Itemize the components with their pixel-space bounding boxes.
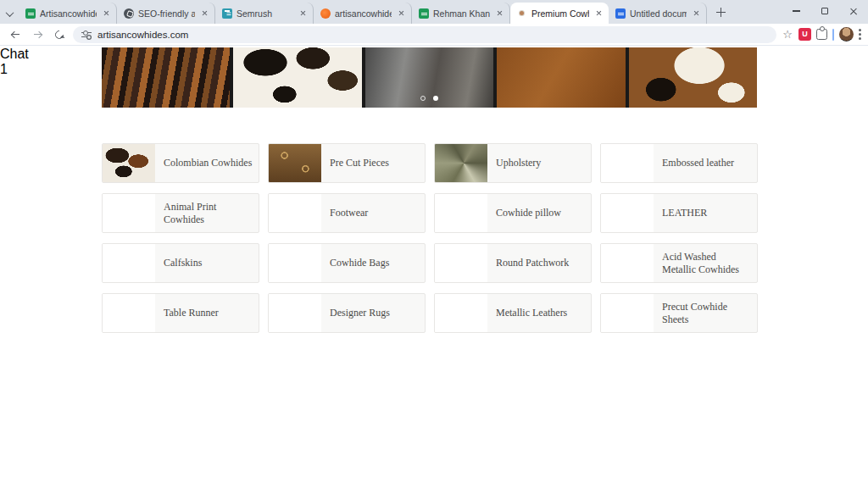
forward-button[interactable] — [29, 26, 46, 43]
tab-close-icon[interactable] — [199, 8, 209, 19]
category-label: Upholstery — [487, 157, 591, 169]
plus-icon — [716, 8, 726, 17]
category-label: Precut Cowhide Sheets — [654, 301, 757, 326]
window-controls — [782, 0, 868, 22]
rugs-thumbnail-image — [269, 294, 321, 332]
category-card-calfskins[interactable]: Calfskins — [102, 243, 259, 283]
tab-close-icon[interactable] — [101, 8, 111, 19]
browser-tab-rehman-khan-content[interactable]: Rehman Khan Content — [412, 3, 510, 24]
site-orange-favicon-icon — [320, 8, 331, 19]
tab-search-chevron-icon[interactable] — [0, 3, 19, 24]
browser-tab-untitled-document-g[interactable]: Untitled document - G — [609, 3, 707, 24]
carousel-dots — [102, 96, 757, 101]
desktop: Artisancowhides.com S SEO-friendly artic… — [0, 0, 868, 488]
tab-close-icon[interactable] — [298, 8, 308, 19]
precutsheet-thumbnail-image — [601, 294, 654, 332]
close-icon — [849, 7, 858, 15]
category-label: Colombian Cowhides — [155, 157, 259, 169]
site-dot-favicon-icon — [517, 8, 527, 19]
new-tab-button[interactable] — [710, 2, 731, 22]
semrush-favicon-icon — [222, 8, 232, 19]
browser-tab-strip: Artisancowhides.com S SEO-friendly artic… — [0, 0, 868, 24]
category-card-designer-rugs[interactable]: Designer Rugs — [268, 293, 426, 333]
tabs-container: Artisancowhides.com S SEO-friendly artic… — [19, 3, 707, 24]
docs-favicon-icon — [615, 8, 626, 19]
category-label: LEATHER — [654, 207, 757, 219]
hero-carousel[interactable] — [102, 47, 757, 108]
browser-tab-premium-cowhides-ar[interactable]: Premium Cowhides-Ar — [510, 3, 609, 24]
maximize-button[interactable] — [810, 0, 839, 22]
sheets-favicon-icon — [419, 8, 429, 19]
category-label: Pre Cut Pieces — [321, 157, 425, 169]
sheets-favicon-icon — [25, 8, 36, 19]
category-label: Embossed leather — [654, 157, 757, 169]
category-card-metallic-leathers[interactable]: Metallic Leathers — [434, 293, 592, 333]
browser-tab-seo-friendly-article-wr[interactable]: SEO-friendly article wr — [117, 3, 215, 24]
category-grid: Colombian Cowhides Pre Cut Pieces Uphols… — [102, 143, 758, 333]
extensions-puzzle-icon[interactable] — [816, 29, 827, 40]
chat-label: Chat — [0, 47, 29, 61]
address-bar[interactable]: artisancowhides.com — [73, 26, 776, 43]
reload-button[interactable] — [51, 26, 68, 43]
category-card-leather[interactable]: LEATHER — [600, 193, 758, 233]
category-card-precut-cowhide-sheets[interactable]: Precut Cowhide Sheets — [600, 293, 758, 333]
forward-icon — [34, 30, 42, 38]
uphol-thumbnail-image — [435, 144, 487, 182]
maximize-icon — [821, 8, 828, 14]
roundpatch-thumbnail-image — [435, 244, 487, 282]
category-card-animal-print-cowhides[interactable]: Animal Print Cowhides — [102, 193, 259, 233]
chatgpt-favicon-icon — [124, 8, 134, 19]
embossed-thumbnail-image — [601, 144, 654, 182]
browser-tab-artisancowhides-com-f[interactable]: artisancowhides.com: F — [314, 3, 412, 24]
tab-close-icon[interactable] — [396, 8, 406, 19]
bags-thumbnail-image — [269, 244, 321, 282]
tab-close-icon[interactable] — [494, 8, 504, 19]
site-info-icon[interactable] — [81, 30, 92, 39]
browser-tab-artisancowhides-com-s[interactable]: Artisancowhides.com S — [19, 3, 117, 24]
carousel-dot-2-active[interactable] — [433, 96, 438, 101]
category-label: Metallic Leathers — [487, 307, 591, 319]
category-label: Acid Washed Metallic Cowhides — [654, 251, 757, 276]
category-card-footwear[interactable]: Footwear — [268, 193, 426, 233]
tab-close-icon[interactable] — [691, 8, 701, 19]
category-label: Footwear — [321, 207, 425, 219]
category-label: Calfskins — [155, 257, 259, 269]
category-card-embossed-leather[interactable]: Embossed leather — [600, 143, 758, 183]
browser-tab-semrush[interactable]: Semrush — [215, 3, 314, 24]
pillow-thumbnail-image — [435, 194, 487, 232]
profile-avatar[interactable] — [839, 27, 854, 42]
category-card-acid-washed-metallic-cowhides[interactable]: Acid Washed Metallic Cowhides — [600, 243, 758, 283]
category-card-table-runner[interactable]: Table Runner — [102, 293, 259, 333]
minimize-button[interactable] — [782, 0, 810, 22]
url-text: artisancowhides.com — [97, 30, 188, 40]
page-viewport: Colombian Cowhides Pre Cut Pieces Uphols… — [0, 47, 861, 464]
back-button[interactable] — [7, 26, 24, 43]
leather-thumbnail-image — [601, 194, 654, 232]
runner-thumbnail-image — [103, 294, 155, 332]
category-card-cowhide-bags[interactable]: Cowhide Bags — [268, 243, 426, 283]
category-label: Designer Rugs — [321, 307, 425, 319]
category-card-cowhide-pillow[interactable]: Cowhide pillow — [434, 193, 592, 233]
category-card-round-patchwork[interactable]: Round Patchwork — [434, 243, 592, 283]
back-icon — [12, 30, 19, 38]
carousel-dot-1[interactable] — [420, 96, 426, 101]
category-label: Animal Print Cowhides — [155, 201, 259, 226]
minimize-icon — [793, 10, 800, 11]
close-button[interactable] — [839, 0, 868, 22]
tab-close-icon[interactable] — [593, 8, 604, 19]
bookmark-star-icon[interactable]: ☆ — [782, 29, 793, 41]
precut-thumbnail-image — [269, 144, 321, 182]
toolbar-separator — [832, 29, 834, 41]
calf-thumbnail-image — [103, 244, 155, 282]
category-card-upholstery[interactable]: Upholstery — [434, 143, 592, 183]
metallic-thumbnail-image — [435, 294, 487, 332]
category-card-colombian-cowhides[interactable]: Colombian Cowhides — [102, 143, 259, 183]
ublock-extension-icon[interactable]: U — [798, 28, 811, 41]
category-label: Cowhide Bags — [321, 257, 425, 269]
category-label: Round Patchwork — [487, 257, 591, 269]
footwear-thumbnail-image — [269, 194, 321, 232]
category-card-pre-cut-pieces[interactable]: Pre Cut Pieces — [268, 143, 426, 183]
category-label: Cowhide pillow — [487, 207, 591, 219]
browser-menu-icon[interactable] — [859, 29, 861, 40]
reload-icon — [53, 28, 65, 40]
